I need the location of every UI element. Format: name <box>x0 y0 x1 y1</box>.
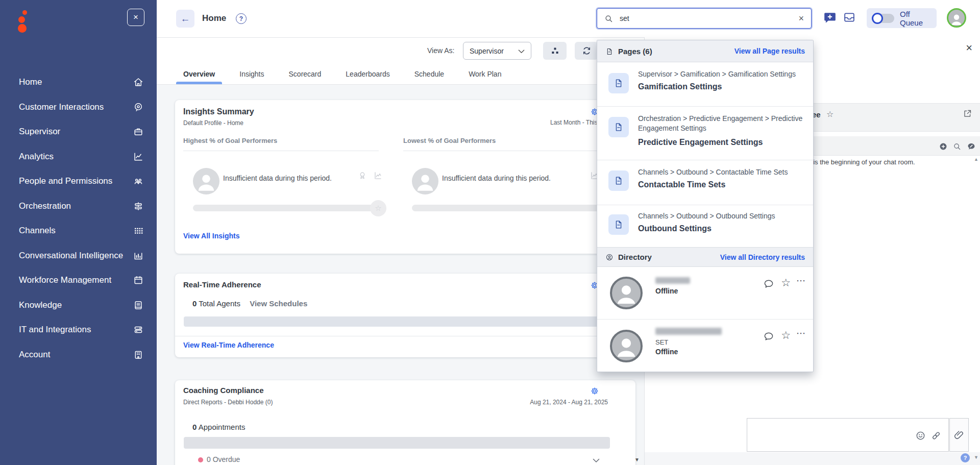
scroll-up-icon[interactable]: ▲ <box>974 157 978 162</box>
page-title: Home <box>202 13 226 23</box>
avatar <box>610 330 643 362</box>
add-participant-icon[interactable] <box>939 141 948 151</box>
medal-icon <box>357 170 368 181</box>
sidebar-item-supervisor[interactable]: Supervisor <box>0 119 157 144</box>
person-circle-icon <box>605 253 614 262</box>
help-bubble-icon[interactable]: ? <box>961 453 970 462</box>
sidebar-close-button[interactable]: × <box>127 9 144 26</box>
sidebar-item-it-integrations[interactable]: IT and Integrations <box>0 317 157 342</box>
back-arrow-icon: ← <box>181 13 190 25</box>
paperclip-icon <box>953 429 965 440</box>
genesys-logo <box>15 9 34 34</box>
appointments-count: 0 <box>192 423 197 431</box>
attach-file-button[interactable] <box>949 418 969 452</box>
tab-leaderboards[interactable]: Leaderboards <box>338 68 397 84</box>
chat-intro-message: This is the beginning of your chat room. <box>799 158 915 166</box>
overdue-dot <box>198 457 203 462</box>
result-title: Predictive Engagement Settings <box>638 138 804 147</box>
chat-message-input[interactable] <box>747 418 949 452</box>
scroll-down-icon[interactable]: ▼ <box>974 455 978 460</box>
search-chat-icon[interactable] <box>952 141 962 151</box>
sidebar-item-knowledge[interactable]: Knowledge <box>0 293 157 318</box>
link-icon[interactable] <box>930 430 942 441</box>
compliance-bar <box>184 437 610 449</box>
directory-entry[interactable]: SET Offline ☆ ⋯ <box>597 320 813 372</box>
tab-bar: Overview Insights Scorecard Leaderboards… <box>176 68 508 84</box>
widget-title: Insights Summary <box>183 107 254 116</box>
sidebar-item-home[interactable]: Home <box>0 70 157 95</box>
sidebar-item-people-permissions[interactable]: People and Permissions <box>0 169 157 194</box>
user-avatar[interactable] <box>947 8 966 28</box>
search-result-gamification-settings[interactable]: Supervisor > Gamification > Gamification… <box>597 62 813 107</box>
chat-bubble-icon[interactable] <box>763 278 774 289</box>
tab-scorecard[interactable]: Scorecard <box>282 68 329 84</box>
calendar-icon <box>133 275 144 286</box>
insufficient-data-message: Insufficient data during this period. <box>442 174 551 182</box>
sidebar-item-label: Orchestration <box>19 201 71 211</box>
result-title: Contactable Time Sets <box>638 180 804 189</box>
refresh-button[interactable] <box>575 42 598 60</box>
insufficient-data-message: Insufficient data during this period. <box>223 174 332 182</box>
favorite-star-icon[interactable]: ☆ <box>781 329 791 341</box>
emoji-icon[interactable] <box>915 430 926 441</box>
server-stack-icon <box>133 324 144 335</box>
panel-close-icon[interactable]: × <box>966 41 972 55</box>
help-icon[interactable]: ? <box>236 13 247 24</box>
sidebar-item-workforce-management[interactable]: Workforce Management <box>0 268 157 293</box>
sidebar-nav: Home Customer Interactions Supervisor An… <box>0 70 157 367</box>
gear-icon[interactable] <box>590 386 599 396</box>
chat-bubble-icon[interactable] <box>763 331 774 342</box>
queue-toggle[interactable] <box>873 14 894 23</box>
org-blocks-icon <box>550 45 560 56</box>
search-result-predictive-engagement-settings[interactable]: Orchestration > Predictive Engagement > … <box>597 107 813 160</box>
sidebar-item-customer-interactions[interactable]: Customer Interactions <box>0 95 157 120</box>
directory-entry[interactable]: Offline ☆ ⋯ <box>597 267 813 320</box>
total-agents-count: 0 <box>192 299 197 308</box>
back-button[interactable]: ← <box>176 10 194 28</box>
search-results-dropdown: Pages (6) View all Page results Supervis… <box>597 40 814 372</box>
inbox-icon[interactable] <box>843 11 856 24</box>
external-link-icon[interactable] <box>963 109 972 118</box>
chevron-down-icon[interactable] <box>593 456 600 465</box>
view-all-directory-link[interactable]: View all Directory results <box>720 253 805 261</box>
sidebar: × Home Customer Interactions Supervisor … <box>0 0 157 465</box>
more-options-icon[interactable]: ⋯ <box>796 328 806 339</box>
tab-schedule[interactable]: Schedule <box>407 68 451 84</box>
new-message-icon[interactable] <box>967 141 976 151</box>
search-result-outbound-settings[interactable]: Channels > Outbound > Outbound Settings … <box>597 205 813 247</box>
view-schedules-link[interactable]: View Schedules <box>250 299 307 308</box>
line-chart-icon <box>133 151 144 162</box>
page-document-icon <box>608 170 629 191</box>
view-real-time-adherence-link[interactable]: View Real-Time Adherence <box>183 341 274 349</box>
result-breadcrumb: Orchestration > Predictive Engagement > … <box>638 114 804 133</box>
sidebar-item-orchestration[interactable]: Orchestration <box>0 194 157 219</box>
tab-work-plan[interactable]: Work Plan <box>461 68 508 84</box>
app-root: × Home Customer Interactions Supervisor … <box>0 0 980 465</box>
sidebar-item-analytics[interactable]: Analytics <box>0 144 157 169</box>
scroll-down-icon[interactable]: ▼ <box>634 457 640 462</box>
column-header: Highest % of Goal Performers <box>183 137 277 144</box>
org-view-button[interactable] <box>543 42 567 60</box>
search-result-contactable-time-sets[interactable]: Channels > Outbound > Contactable Time S… <box>597 160 813 205</box>
view-all-insights-link[interactable]: View All Insights <box>183 232 239 240</box>
sidebar-item-label: Channels <box>19 226 56 236</box>
feedback-chat-plus-icon[interactable] <box>823 11 837 24</box>
widget-title: Real-Time Adherence <box>183 280 261 289</box>
view-all-pages-link[interactable]: View all Page results <box>734 47 805 55</box>
favorite-star-icon[interactable]: ☆ <box>826 109 834 119</box>
sidebar-item-account[interactable]: Account <box>0 342 157 368</box>
tab-insights[interactable]: Insights <box>232 68 271 84</box>
signpost-icon <box>133 201 144 212</box>
tab-overview[interactable]: Overview <box>176 68 222 84</box>
sidebar-item-conversational-intelligence[interactable]: Conversational Intelligence <box>0 243 157 268</box>
search-input[interactable] <box>619 14 791 23</box>
sidebar-item-label: Conversational Intelligence <box>19 251 123 261</box>
view-as-select[interactable]: Supervisor <box>463 42 531 60</box>
more-options-icon[interactable]: ⋯ <box>796 275 806 286</box>
sidebar-item-channels[interactable]: Channels <box>0 218 157 243</box>
clear-search-icon[interactable]: × <box>798 13 804 24</box>
favorite-star-icon[interactable]: ☆ <box>781 277 791 289</box>
sidebar-item-label: Account <box>19 350 50 360</box>
queue-status-pill[interactable]: Off Queue <box>867 8 937 28</box>
page-document-icon <box>605 46 614 56</box>
